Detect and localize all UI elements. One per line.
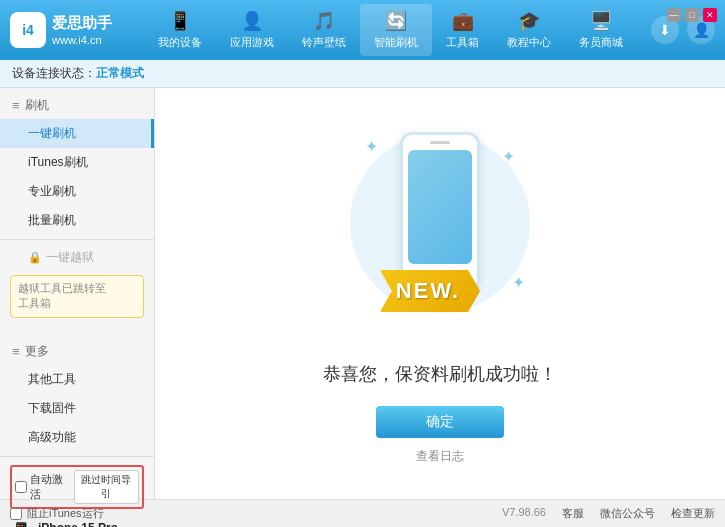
jailbreak-label: 一键越狱 bbox=[46, 249, 94, 266]
tab-tutorials-label: 教程中心 bbox=[507, 35, 551, 50]
version-label: V7.98.66 bbox=[502, 506, 546, 521]
tutorial-icon: 🎓 bbox=[518, 10, 540, 32]
footer-link-support[interactable]: 客服 bbox=[562, 506, 584, 521]
nav-tabs: 📱 我的设备 👤 应用游戏 🎵 铃声壁纸 🔄 智能刷机 💼 工具箱 🎓 bbox=[130, 4, 651, 56]
tab-apps-games[interactable]: 👤 应用游戏 bbox=[216, 4, 288, 56]
time-guidance-button[interactable]: 跳过时间导引 bbox=[74, 470, 139, 504]
toolbox-icon: 💼 bbox=[452, 10, 474, 32]
sidebar: ≡ 刷机 一键刷机 iTunes刷机 专业刷机 批量刷机 🔒 一键越狱 越狱工具… bbox=[0, 88, 155, 499]
sidebar-item-jailbreak: 🔒 一键越狱 bbox=[0, 244, 154, 271]
success-illustration: ✦ ✦ ✦ NEW. bbox=[340, 122, 540, 342]
tab-smart-flash[interactable]: 🔄 智能刷机 bbox=[360, 4, 432, 56]
more-section-icon: ≡ bbox=[12, 344, 20, 359]
sidebar-item-other-tools[interactable]: 其他工具 bbox=[0, 365, 154, 394]
content-area: ✦ ✦ ✦ NEW. 恭喜您，保资料刷机成功啦！ 确定 查看日志 bbox=[155, 88, 725, 499]
status-mode: 正常模式 bbox=[96, 65, 144, 82]
auto-activate-label: 自动激活 bbox=[30, 472, 68, 502]
main-layout: ≡ 刷机 一键刷机 iTunes刷机 专业刷机 批量刷机 🔒 一键越狱 越狱工具… bbox=[0, 88, 725, 499]
more-section-label: 更多 bbox=[25, 343, 49, 360]
logo-sub: www.i4.cn bbox=[52, 33, 112, 48]
footer-left: 阻止iTunes运行 bbox=[10, 506, 104, 521]
sidebar-item-one-key-flash[interactable]: 一键刷机 bbox=[0, 119, 154, 148]
phone-screen bbox=[408, 150, 472, 264]
lock-icon: 🔒 bbox=[28, 251, 42, 264]
view-log-link[interactable]: 查看日志 bbox=[416, 448, 464, 465]
tab-merchant-label: 务员商城 bbox=[579, 35, 623, 50]
logo-text: 爱思助手 www.i4.cn bbox=[52, 12, 112, 48]
tab-merchant[interactable]: 🖥️ 务员商城 bbox=[565, 4, 637, 56]
itunes-label: 阻止iTunes运行 bbox=[27, 506, 104, 521]
sidebar-divider bbox=[0, 239, 154, 240]
flash-section-icon: ≡ bbox=[12, 98, 20, 113]
minimize-button[interactable]: — bbox=[667, 8, 681, 22]
itunes-block-checkbox[interactable] bbox=[10, 508, 22, 520]
sidebar-item-download-firm[interactable]: 下载固件 bbox=[0, 394, 154, 423]
close-button[interactable]: ✕ bbox=[703, 8, 717, 22]
logo-main: 爱思助手 bbox=[52, 12, 112, 33]
sidebar-item-batch-flash[interactable]: 批量刷机 bbox=[0, 206, 154, 235]
note-line1: 越狱工具已跳转至 bbox=[18, 282, 106, 294]
logo-code: i4 bbox=[22, 22, 34, 38]
device-icon: 📱 bbox=[169, 10, 191, 32]
flash-section-header: ≡ 刷机 bbox=[0, 92, 154, 119]
auto-activate-checkbox[interactable]: 自动激活 bbox=[15, 472, 68, 502]
apps-icon: 👤 bbox=[241, 10, 263, 32]
ribbon-text: NEW. bbox=[380, 270, 480, 312]
status-bar: 设备连接状态： 正常模式 bbox=[0, 60, 725, 88]
phone-illustration bbox=[400, 132, 480, 292]
star-right: ✦ bbox=[502, 147, 515, 166]
tab-my-device[interactable]: 📱 我的设备 bbox=[144, 4, 216, 56]
logo: i4 爱思助手 www.i4.cn bbox=[10, 12, 130, 48]
footer-link-wechat[interactable]: 微信公众号 bbox=[600, 506, 655, 521]
footer-right: V7.98.66 客服 微信公众号 检查更新 bbox=[502, 506, 715, 521]
tab-my-device-label: 我的设备 bbox=[158, 35, 202, 50]
sidebar-flash-section: ≡ 刷机 一键刷机 iTunes刷机 专业刷机 批量刷机 🔒 一键越狱 越狱工具… bbox=[0, 88, 154, 326]
logo-icon: i4 bbox=[10, 12, 46, 48]
auto-row: 自动激活 跳过时间导引 bbox=[10, 465, 144, 509]
tab-tutorials[interactable]: 🎓 教程中心 bbox=[493, 4, 565, 56]
flash-icon: 🔄 bbox=[385, 10, 407, 32]
device-phone-icon: 📱 bbox=[10, 521, 32, 527]
ringtone-icon: 🎵 bbox=[313, 10, 335, 32]
sidebar-item-advanced[interactable]: 高级功能 bbox=[0, 423, 154, 452]
auto-activate-input[interactable] bbox=[15, 481, 27, 493]
more-section-header: ≡ 更多 bbox=[0, 338, 154, 365]
merchant-icon: 🖥️ bbox=[590, 10, 612, 32]
sidebar-more-section: ≡ 更多 其他工具 下载固件 高级功能 bbox=[0, 334, 154, 456]
tab-toolbox-label: 工具箱 bbox=[446, 35, 479, 50]
star-bottom-right: ✦ bbox=[512, 273, 525, 292]
success-message: 恭喜您，保资料刷机成功啦！ bbox=[323, 362, 557, 386]
star-left: ✦ bbox=[365, 137, 378, 156]
note-line2: 工具箱 bbox=[18, 297, 51, 309]
status-label: 设备连接状态： bbox=[12, 65, 96, 82]
jailbreak-note: 越狱工具已跳转至 工具箱 bbox=[10, 275, 144, 318]
new-ribbon: NEW. bbox=[380, 270, 480, 312]
tab-toolbox[interactable]: 💼 工具箱 bbox=[432, 4, 493, 56]
tab-ringtones[interactable]: 🎵 铃声壁纸 bbox=[288, 4, 360, 56]
tab-apps-label: 应用游戏 bbox=[230, 35, 274, 50]
phone-speaker bbox=[430, 141, 450, 144]
footer-link-update[interactable]: 检查更新 bbox=[671, 506, 715, 521]
tab-ringtones-label: 铃声壁纸 bbox=[302, 35, 346, 50]
sidebar-item-itunes-flash[interactable]: iTunes刷机 bbox=[0, 148, 154, 177]
tab-smart-flash-label: 智能刷机 bbox=[374, 35, 418, 50]
confirm-button[interactable]: 确定 bbox=[376, 406, 504, 438]
header: i4 爱思助手 www.i4.cn 📱 我的设备 👤 应用游戏 🎵 铃声壁纸 🔄 bbox=[0, 0, 725, 60]
maximize-button[interactable]: □ bbox=[685, 8, 699, 22]
sidebar-item-pro-flash[interactable]: 专业刷机 bbox=[0, 177, 154, 206]
window-controls: — □ ✕ bbox=[667, 8, 717, 22]
flash-section-label: 刷机 bbox=[25, 97, 49, 114]
